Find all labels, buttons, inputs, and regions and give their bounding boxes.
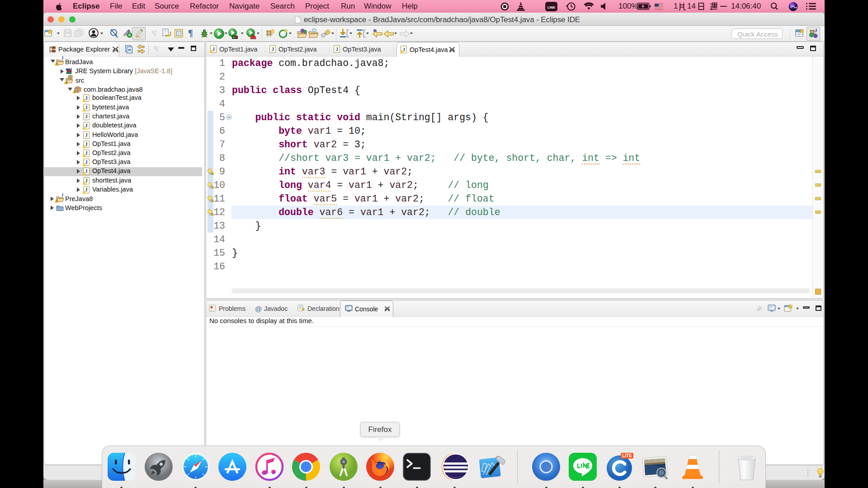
svg-text:J: J	[815, 28, 817, 33]
svg-text:LITE: LITE	[622, 453, 632, 458]
svg-text:¶: ¶	[188, 28, 193, 38]
svg-text:J: J	[61, 192, 64, 197]
svg-text:LINE: LINE	[547, 5, 555, 9]
svg-text:J: J	[61, 56, 64, 61]
